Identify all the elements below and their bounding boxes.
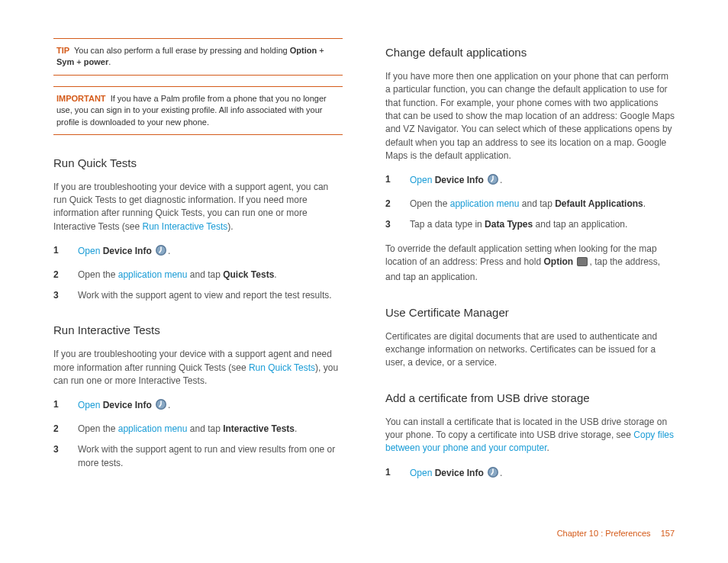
step: Open the application menu and tap Quick … [53, 269, 343, 282]
step: Open Device Info . [53, 398, 343, 414]
link-open[interactable]: Open [410, 468, 432, 478]
heading-cert-manager: Use Certificate Manager [385, 304, 675, 321]
step: Work with the support agent to view and … [53, 289, 343, 302]
step: Open the application menu and tap Intera… [53, 423, 343, 436]
left-column: TIP You can also perform a full erase by… [53, 38, 343, 493]
step: Open the application menu and tap Defaul… [385, 198, 675, 211]
right-column: Change default applications If you have … [385, 38, 675, 493]
link-run-interactive-tests[interactable]: Run Interactive Tests [143, 221, 228, 232]
add-cert-steps: Open Device Info . [385, 466, 675, 482]
heading-interactive-tests: Run Interactive Tests [53, 322, 343, 339]
option-key-icon [576, 256, 588, 271]
step: Open Device Info . [53, 244, 343, 260]
quick-tests-intro: If you are troubleshooting your device w… [53, 181, 343, 234]
link-application-menu[interactable]: application menu [118, 269, 188, 280]
footer-page-number: 157 [661, 529, 675, 538]
link-open[interactable]: Open [78, 246, 100, 256]
quick-tests-steps: Open Device Info . Open the application … [53, 244, 343, 302]
page-footer: Chapter 10 : Preferences 157 [557, 528, 675, 540]
step: Open Device Info . [385, 466, 675, 482]
interactive-tests-steps: Open Device Info . Open the application … [53, 398, 343, 470]
device-info-icon [487, 173, 499, 189]
step: Work with the support agent to run and v… [53, 443, 343, 470]
device-info-icon [487, 466, 499, 482]
heading-add-cert: Add a certificate from USB drive storage [385, 390, 675, 407]
tip-option: Option [290, 46, 317, 55]
tip-callout: TIP You can also perform a full erase by… [53, 38, 343, 76]
important-label: IMPORTANT [56, 94, 106, 103]
device-info-icon [155, 398, 167, 414]
step: Open Device Info . [385, 173, 675, 189]
link-application-menu[interactable]: application menu [118, 423, 188, 434]
tip-text-a: You can also perform a full erase by pre… [74, 46, 290, 55]
tip-power: power [84, 57, 108, 66]
cert-manager-intro: Certificates are digital documents that … [385, 330, 675, 370]
link-open[interactable]: Open [410, 175, 432, 185]
step: Tap a data type in Data Types and tap an… [385, 218, 675, 231]
default-apps-intro: If you have more then one application on… [385, 70, 675, 163]
default-apps-steps: Open Device Info . Open the application … [385, 173, 675, 231]
link-run-quick-tests[interactable]: Run Quick Tests [249, 362, 315, 373]
heading-quick-tests: Run Quick Tests [53, 155, 343, 172]
link-application-menu[interactable]: application menu [450, 198, 520, 209]
tip-label: TIP [56, 46, 69, 55]
footer-chapter: Chapter 10 : Preferences [557, 529, 651, 538]
interactive-tests-intro: If you are troubleshooting your device w… [53, 348, 343, 388]
device-info-icon [155, 244, 167, 260]
important-callout: IMPORTANT If you have a Palm profile fro… [53, 86, 343, 135]
tip-sym: Sym [56, 57, 74, 66]
default-apps-override: To override the default application sett… [385, 243, 675, 285]
heading-default-apps: Change default applications [385, 44, 675, 61]
link-open[interactable]: Open [78, 400, 100, 410]
add-cert-intro: You can install a certificate that is lo… [385, 416, 675, 455]
